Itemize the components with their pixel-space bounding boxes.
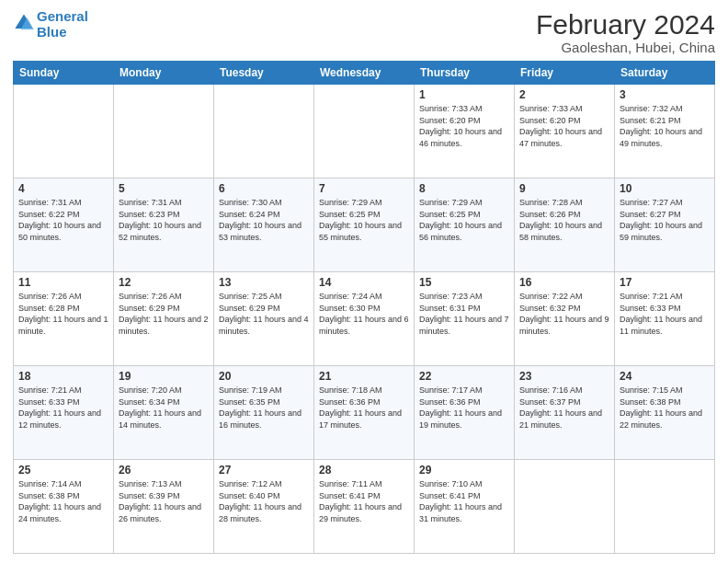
calendar-cell: 8Sunrise: 7:29 AM Sunset: 6:25 PM Daylig… — [415, 178, 515, 272]
day-number: 26 — [119, 464, 209, 477]
day-number: 7 — [319, 182, 409, 195]
day-info: Sunrise: 7:29 AM Sunset: 6:25 PM Dayligh… — [319, 197, 409, 243]
day-number: 27 — [219, 464, 309, 477]
calendar-title: February 2024 — [536, 9, 715, 40]
day-info: Sunrise: 7:19 AM Sunset: 6:35 PM Dayligh… — [219, 385, 309, 431]
day-info: Sunrise: 7:31 AM Sunset: 6:22 PM Dayligh… — [18, 197, 108, 243]
day-number: 15 — [419, 276, 509, 289]
calendar-cell — [214, 85, 314, 178]
day-number: 9 — [519, 182, 609, 195]
day-info: Sunrise: 7:32 AM Sunset: 6:21 PM Dayligh… — [620, 103, 710, 149]
header-thursday: Thursday — [415, 62, 515, 85]
calendar-cell: 26Sunrise: 7:13 AM Sunset: 6:39 PM Dayli… — [114, 460, 214, 554]
week-row-2: 4Sunrise: 7:31 AM Sunset: 6:22 PM Daylig… — [14, 178, 715, 272]
logo: General Blue — [13, 9, 88, 40]
day-number: 8 — [419, 182, 509, 195]
header-sunday: Sunday — [14, 62, 114, 85]
day-number: 22 — [419, 370, 509, 383]
day-info: Sunrise: 7:11 AM Sunset: 6:41 PM Dayligh… — [319, 478, 409, 524]
calendar-cell: 17Sunrise: 7:21 AM Sunset: 6:33 PM Dayli… — [615, 272, 715, 366]
week-row-5: 25Sunrise: 7:14 AM Sunset: 6:38 PM Dayli… — [14, 460, 715, 554]
day-number: 23 — [519, 370, 609, 383]
day-number: 16 — [519, 276, 609, 289]
day-number: 19 — [119, 370, 209, 383]
day-number: 13 — [219, 276, 309, 289]
day-info: Sunrise: 7:33 AM Sunset: 6:20 PM Dayligh… — [419, 103, 509, 149]
calendar-cell — [615, 460, 715, 554]
day-info: Sunrise: 7:14 AM Sunset: 6:38 PM Dayligh… — [18, 478, 108, 524]
calendar-cell: 19Sunrise: 7:20 AM Sunset: 6:34 PM Dayli… — [114, 366, 214, 460]
calendar-cell: 14Sunrise: 7:24 AM Sunset: 6:30 PM Dayli… — [314, 272, 415, 366]
calendar-subtitle: Gaoleshan, Hubei, China — [536, 40, 715, 55]
calendar-cell: 12Sunrise: 7:26 AM Sunset: 6:29 PM Dayli… — [114, 272, 214, 366]
calendar-table: Sunday Monday Tuesday Wednesday Thursday… — [13, 61, 715, 554]
day-info: Sunrise: 7:21 AM Sunset: 6:33 PM Dayligh… — [18, 385, 108, 431]
day-info: Sunrise: 7:29 AM Sunset: 6:25 PM Dayligh… — [419, 197, 509, 243]
header: General Blue February 2024 Gaoleshan, Hu… — [13, 9, 715, 55]
calendar-cell: 10Sunrise: 7:27 AM Sunset: 6:27 PM Dayli… — [615, 178, 715, 272]
calendar-cell: 20Sunrise: 7:19 AM Sunset: 6:35 PM Dayli… — [214, 366, 314, 460]
calendar-cell: 16Sunrise: 7:22 AM Sunset: 6:32 PM Dayli… — [515, 272, 615, 366]
day-info: Sunrise: 7:12 AM Sunset: 6:40 PM Dayligh… — [219, 478, 309, 524]
week-row-4: 18Sunrise: 7:21 AM Sunset: 6:33 PM Dayli… — [14, 366, 715, 460]
day-number: 25 — [18, 464, 108, 477]
day-info: Sunrise: 7:10 AM Sunset: 6:41 PM Dayligh… — [419, 478, 509, 524]
day-number: 5 — [119, 182, 209, 195]
calendar-cell: 5Sunrise: 7:31 AM Sunset: 6:23 PM Daylig… — [114, 178, 214, 272]
day-info: Sunrise: 7:26 AM Sunset: 6:29 PM Dayligh… — [119, 291, 209, 337]
day-info: Sunrise: 7:15 AM Sunset: 6:38 PM Dayligh… — [620, 385, 710, 431]
day-info: Sunrise: 7:16 AM Sunset: 6:37 PM Dayligh… — [519, 385, 609, 431]
calendar-cell: 27Sunrise: 7:12 AM Sunset: 6:40 PM Dayli… — [214, 460, 314, 554]
day-info: Sunrise: 7:31 AM Sunset: 6:23 PM Dayligh… — [119, 197, 209, 243]
calendar-cell: 23Sunrise: 7:16 AM Sunset: 6:37 PM Dayli… — [515, 366, 615, 460]
calendar-cell: 7Sunrise: 7:29 AM Sunset: 6:25 PM Daylig… — [314, 178, 415, 272]
header-tuesday: Tuesday — [214, 62, 314, 85]
day-number: 20 — [219, 370, 309, 383]
day-info: Sunrise: 7:25 AM Sunset: 6:29 PM Dayligh… — [219, 291, 309, 337]
day-info: Sunrise: 7:18 AM Sunset: 6:36 PM Dayligh… — [319, 385, 409, 431]
calendar-cell: 6Sunrise: 7:30 AM Sunset: 6:24 PM Daylig… — [214, 178, 314, 272]
page: General Blue February 2024 Gaoleshan, Hu… — [0, 0, 728, 563]
calendar-cell: 18Sunrise: 7:21 AM Sunset: 6:33 PM Dayli… — [14, 366, 114, 460]
logo-icon — [13, 12, 35, 34]
day-number: 28 — [319, 464, 409, 477]
day-info: Sunrise: 7:21 AM Sunset: 6:33 PM Dayligh… — [620, 291, 710, 337]
calendar-cell: 13Sunrise: 7:25 AM Sunset: 6:29 PM Dayli… — [214, 272, 314, 366]
calendar-cell: 24Sunrise: 7:15 AM Sunset: 6:38 PM Dayli… — [615, 366, 715, 460]
day-info: Sunrise: 7:27 AM Sunset: 6:27 PM Dayligh… — [620, 197, 710, 243]
calendar-cell — [114, 85, 214, 178]
calendar-cell: 28Sunrise: 7:11 AM Sunset: 6:41 PM Dayli… — [314, 460, 415, 554]
week-row-1: 1Sunrise: 7:33 AM Sunset: 6:20 PM Daylig… — [14, 85, 715, 178]
day-info: Sunrise: 7:20 AM Sunset: 6:34 PM Dayligh… — [119, 385, 209, 431]
calendar-cell: 4Sunrise: 7:31 AM Sunset: 6:22 PM Daylig… — [14, 178, 114, 272]
calendar-cell: 11Sunrise: 7:26 AM Sunset: 6:28 PM Dayli… — [14, 272, 114, 366]
calendar-cell — [515, 460, 615, 554]
day-info: Sunrise: 7:33 AM Sunset: 6:20 PM Dayligh… — [519, 103, 609, 149]
day-number: 29 — [419, 464, 509, 477]
header-monday: Monday — [114, 62, 214, 85]
calendar-cell: 25Sunrise: 7:14 AM Sunset: 6:38 PM Dayli… — [14, 460, 114, 554]
day-number: 6 — [219, 182, 309, 195]
day-number: 3 — [620, 88, 710, 101]
calendar-cell — [314, 85, 415, 178]
week-row-3: 11Sunrise: 7:26 AM Sunset: 6:28 PM Dayli… — [14, 272, 715, 366]
day-number: 1 — [419, 88, 509, 101]
header-saturday: Saturday — [615, 62, 715, 85]
weekday-header-row: Sunday Monday Tuesday Wednesday Thursday… — [14, 62, 715, 85]
header-wednesday: Wednesday — [314, 62, 415, 85]
day-info: Sunrise: 7:28 AM Sunset: 6:26 PM Dayligh… — [519, 197, 609, 243]
calendar-cell: 1Sunrise: 7:33 AM Sunset: 6:20 PM Daylig… — [415, 85, 515, 178]
day-number: 21 — [319, 370, 409, 383]
day-number: 17 — [620, 276, 710, 289]
calendar-cell: 3Sunrise: 7:32 AM Sunset: 6:21 PM Daylig… — [615, 85, 715, 178]
day-number: 14 — [319, 276, 409, 289]
day-number: 12 — [119, 276, 209, 289]
day-info: Sunrise: 7:22 AM Sunset: 6:32 PM Dayligh… — [519, 291, 609, 337]
day-number: 2 — [519, 88, 609, 101]
header-friday: Friday — [515, 62, 615, 85]
day-info: Sunrise: 7:24 AM Sunset: 6:30 PM Dayligh… — [319, 291, 409, 337]
day-number: 10 — [620, 182, 710, 195]
calendar-cell — [14, 85, 114, 178]
calendar-cell: 2Sunrise: 7:33 AM Sunset: 6:20 PM Daylig… — [515, 85, 615, 178]
day-number: 24 — [620, 370, 710, 383]
